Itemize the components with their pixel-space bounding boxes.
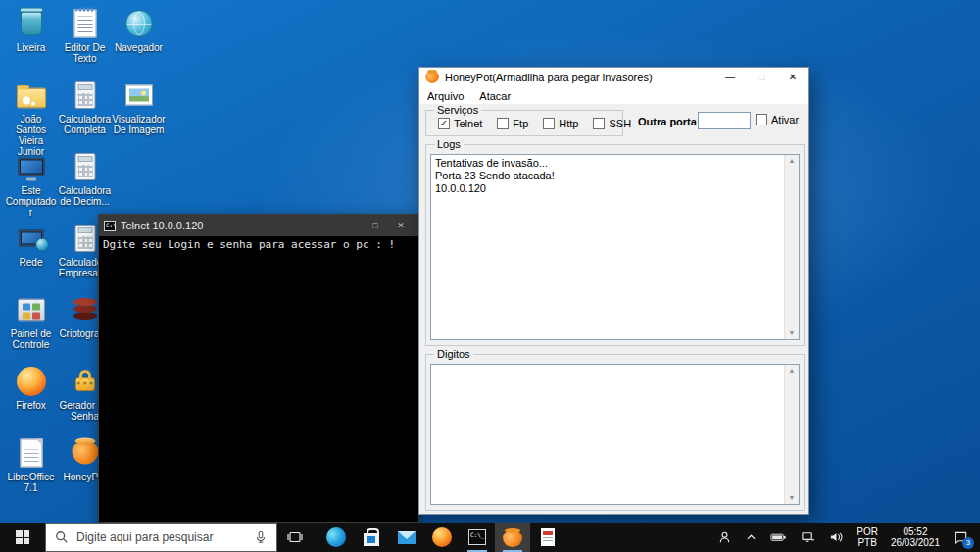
people-button[interactable]: [710, 523, 739, 552]
document-icon: [541, 528, 555, 546]
network-icon: [19, 230, 44, 247]
desktop-icon-painel-de-controle[interactable]: Painel de Controle: [4, 290, 58, 362]
checkbox-box: ✓: [593, 118, 605, 129]
checkbox-ativar[interactable]: Ativar: [756, 114, 799, 125]
language-indicator[interactable]: POR PTB: [851, 527, 884, 548]
outra-porta-input[interactable]: [698, 112, 751, 129]
volume-icon: [829, 531, 844, 543]
network-icon: [801, 531, 815, 543]
telnet-window-buttons: — □ ✕: [337, 215, 414, 236]
scroll-down-icon[interactable]: ▼: [789, 493, 796, 503]
lock-icon: [75, 377, 95, 391]
search-input[interactable]: [76, 530, 246, 544]
desktop-icon-firefox[interactable]: Firefox: [4, 362, 58, 433]
windows-logo-icon: [16, 530, 29, 544]
calc-icon: [74, 153, 95, 180]
desktop: Lixeira João Santos Vieira Junior Este C…: [0, 0, 980, 552]
taskbar-app-store[interactable]: [354, 523, 389, 552]
taskbar-apps: [318, 523, 565, 552]
checkbox-box: ✓: [543, 118, 555, 129]
minimize-button[interactable]: —: [337, 215, 363, 236]
recycle-icon: [21, 12, 42, 36]
clock[interactable]: 05:52 26/03/2021: [884, 527, 947, 548]
groupbox-digitos-title: Digitos: [434, 348, 473, 361]
groupbox-servicos: Serviços ✓ Telnet ✓ Ftp: [425, 110, 623, 136]
groupbox-logs: Logs Tentativas de invasão...Porta 23 Se…: [425, 144, 805, 346]
close-button[interactable]: ✕: [777, 68, 808, 87]
desktop-icon-navegador[interactable]: Navegador: [112, 4, 166, 75]
groupbox-digitos: Digitos ▲ ▼: [425, 354, 805, 511]
desktop-icon-joao-santos-vieira-junior[interactable]: João Santos Vieira Junior: [4, 75, 58, 147]
groupbox-logs-title: Logs: [434, 138, 464, 151]
volume-button[interactable]: [822, 523, 851, 552]
menu-arquivo[interactable]: Arquivo: [419, 87, 471, 105]
microphone-icon[interactable]: [254, 530, 268, 544]
scroll-up-icon[interactable]: ▲: [789, 366, 796, 376]
start-button[interactable]: [0, 523, 45, 552]
honeypot-body: Serviços ✓ Telnet ✓ Ftp: [419, 105, 808, 514]
globe-icon: [125, 10, 153, 37]
logs-text[interactable]: Tentativas de invasão...Porta 23 Sendo a…: [431, 155, 783, 339]
honeypot-titlebar[interactable]: HoneyPot(Armadilha para pegar invasores)…: [419, 68, 808, 87]
desktop-icon-lixeira[interactable]: Lixeira: [4, 4, 58, 75]
taskbar-app-firefox[interactable]: [424, 523, 460, 552]
checkbox-ftp[interactable]: ✓ Ftp: [497, 118, 528, 129]
log-line: Porta 23 Sendo atacada!: [435, 170, 779, 182]
battery-icon: [770, 531, 787, 543]
digitos-scrollbar[interactable]: ▲ ▼: [784, 365, 799, 504]
taskbar-app-honeypot[interactable]: [495, 523, 530, 552]
scroll-down-icon[interactable]: ▼: [789, 328, 796, 338]
honeypot-menubar: Arquivo Atacar: [419, 87, 808, 105]
minimize-button[interactable]: —: [714, 68, 746, 87]
action-center-button[interactable]: 3: [947, 523, 975, 552]
checkbox-box: ✓: [438, 118, 450, 129]
taskbar-app-edge[interactable]: [318, 523, 354, 552]
honeypot-icon: [72, 442, 98, 465]
logs-scrollbar[interactable]: ▲ ▼: [784, 155, 799, 339]
telnet-titlebar[interactable]: Telnet 10.0.0.120 — □ ✕: [99, 215, 418, 236]
crypto-icon: [74, 297, 97, 323]
window-honeypot: HoneyPot(Armadilha para pegar invasores)…: [418, 67, 809, 515]
tray-overflow-button[interactable]: [739, 523, 763, 552]
checkbox-label: Telnet: [454, 118, 482, 129]
checkbox-label: Ftp: [513, 118, 528, 129]
lodoc-icon: [20, 439, 42, 468]
telnet-output[interactable]: Dgite seu Login e senha para acessar o p…: [99, 236, 418, 253]
taskbar-app-document[interactable]: [530, 523, 565, 552]
checkbox-telnet[interactable]: ✓ Telnet: [438, 118, 482, 129]
honeypot-app-icon: [425, 72, 439, 83]
folderu-icon: [17, 88, 46, 109]
taskbar-app-mail[interactable]: [389, 523, 424, 552]
desktop-icon-visualizador-de-imagem[interactable]: Visualizador De Imagem: [112, 75, 166, 147]
network-button[interactable]: [794, 523, 822, 552]
telnet-output-text: Dgite seu Login e senha para acessar o p…: [103, 238, 395, 251]
checkbox-http[interactable]: ✓ Http: [543, 118, 578, 129]
taskbar-search[interactable]: [45, 523, 277, 552]
task-view-button[interactable]: [277, 523, 313, 552]
firefox-icon: [432, 527, 452, 547]
checkbox-ssh[interactable]: ✓ SSH: [593, 118, 631, 129]
taskbar-app-terminal[interactable]: [460, 523, 495, 552]
maximize-button[interactable]: □: [746, 68, 777, 87]
desktop-icon-calculadora-de-decimais[interactable]: Calculadora de Decim...: [58, 147, 112, 219]
desktop-icon-rede[interactable]: Rede: [4, 219, 58, 290]
desktop-icon-libreoffice[interactable]: LibreOffice 7.1: [4, 433, 58, 505]
maximize-button[interactable]: □: [363, 215, 388, 236]
logs-textbox[interactable]: Tentativas de invasão...Porta 23 Sendo a…: [430, 154, 800, 340]
search-icon: [55, 530, 69, 544]
desktop-icon-editor-de-texto[interactable]: Editor De Texto: [58, 4, 112, 75]
scroll-up-icon[interactable]: ▲: [789, 156, 796, 166]
desktop-icon-este-computador[interactable]: Este Computador: [4, 147, 58, 219]
desktop-icon-calculadora-completa[interactable]: Calculadora Completa: [58, 75, 112, 147]
store-icon: [364, 533, 379, 546]
firefox-icon: [17, 367, 46, 396]
digitos-textbox[interactable]: ▲ ▼: [430, 364, 800, 505]
digitos-text[interactable]: [431, 365, 783, 504]
cmd-icon: [104, 221, 116, 231]
notification-badge: 3: [962, 537, 974, 549]
window-telnet: Telnet 10.0.0.120 — □ ✕ Dgite seu Login …: [98, 214, 419, 523]
menu-atacar[interactable]: Atacar: [471, 87, 518, 105]
close-button[interactable]: ✕: [388, 215, 414, 236]
battery-button[interactable]: [763, 523, 794, 552]
mail-icon: [398, 531, 416, 544]
